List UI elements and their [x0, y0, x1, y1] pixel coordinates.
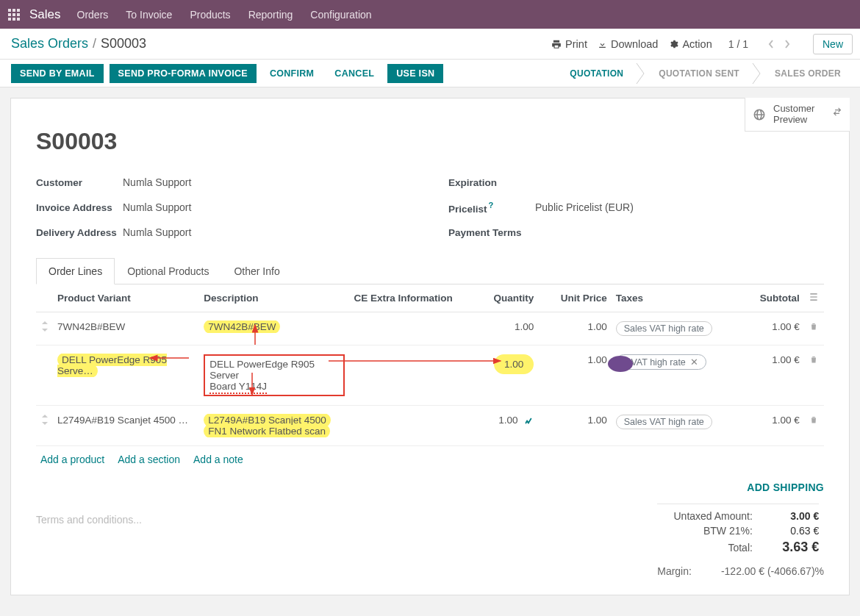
send-proforma-button[interactable]: SEND PRO-FORMA INVOICE: [110, 64, 257, 83]
cell-extra[interactable]: [349, 406, 465, 446]
confirm-button[interactable]: CONFIRM: [262, 64, 321, 83]
tab-optional-products[interactable]: Optional Products: [115, 258, 221, 284]
nav-reporting[interactable]: Reporting: [240, 0, 302, 29]
columns-icon: [809, 292, 819, 302]
control-bar: Sales Orders / S00003 Print Download Act…: [0, 29, 860, 60]
pager: 1 / 1: [728, 38, 748, 50]
cell-extra[interactable]: [349, 345, 465, 406]
download-icon: [598, 39, 607, 49]
payment-terms-label: Payment Terms: [448, 227, 535, 238]
svg-rect-1: [12, 9, 15, 12]
cell-product[interactable]: L2749A#B19 Scanjet 4500 F…: [57, 415, 188, 426]
svg-rect-3: [8, 13, 11, 16]
nav-products[interactable]: Products: [181, 0, 239, 29]
add-product-link[interactable]: Add a product: [40, 454, 104, 465]
tab-order-lines[interactable]: Order Lines: [36, 258, 115, 284]
trash-icon: [809, 321, 818, 332]
action-button[interactable]: Action: [668, 38, 712, 50]
col-subtotal: Subtotal: [742, 284, 804, 312]
customer-preview-button[interactable]: Customer Preview: [745, 98, 850, 132]
pricelist-help-icon[interactable]: ?: [489, 201, 494, 209]
delete-row-button[interactable]: [804, 406, 824, 446]
svg-rect-2: [17, 9, 20, 12]
tax-chip[interactable]: s VAT high rate ✕: [616, 354, 706, 370]
record-title: S00003: [36, 128, 824, 155]
tax-chip[interactable]: Sales VAT high rate: [616, 415, 712, 429]
stage-sales-order[interactable]: SALES ORDER: [763, 63, 853, 84]
status-stages: QUOTATION QUOTATION SENT SALES ORDER: [558, 63, 853, 84]
delivery-address-value[interactable]: Numla Support: [123, 226, 191, 238]
stage-quotation-sent[interactable]: QUOTATION SENT: [647, 63, 751, 84]
col-description: Description: [199, 284, 349, 312]
table-row-editing[interactable]: DELL PowerEdge R905 Serve… DELL PowerEdg…: [36, 345, 824, 406]
field-columns: Customer Numla Support Invoice Address N…: [36, 170, 824, 245]
order-lines-table: Product Variant Description CE Extra Inf…: [36, 284, 824, 446]
cell-unit-price[interactable]: 1.00: [538, 312, 612, 345]
delete-row-button[interactable]: [804, 345, 824, 406]
use-isn-button[interactable]: USE ISN: [387, 64, 443, 83]
margin-value: -122.00 € (-4066.67)%: [721, 565, 824, 577]
col-options[interactable]: [804, 284, 824, 312]
top-nav: Sales Orders To Invoice Products Reporti…: [0, 0, 860, 29]
tab-other-info[interactable]: Other Info: [221, 258, 292, 284]
delete-row-button[interactable]: [804, 312, 824, 345]
cell-description[interactable]: 7WN42B#BEW: [204, 320, 280, 334]
cell-qty[interactable]: 1.00: [465, 312, 539, 345]
stage-sep-icon: [751, 63, 763, 84]
add-section-link[interactable]: Add a section: [118, 454, 180, 465]
nav-to-invoice[interactable]: To Invoice: [117, 0, 181, 29]
cell-qty[interactable]: 1.00: [494, 354, 534, 374]
pager-next[interactable]: [779, 36, 795, 52]
apps-icon[interactable]: [3, 4, 25, 26]
table-row[interactable]: L2749A#B19 Scanjet 4500 F… L2749A#B19 Sc…: [36, 406, 824, 446]
trash-icon: [809, 415, 818, 425]
pricelist-label: Pricelist?: [448, 201, 535, 215]
cell-unit-price[interactable]: 1.00: [538, 406, 612, 446]
cell-product[interactable]: DELL PowerEdge R905 Serve…: [57, 353, 167, 378]
table-row[interactable]: 7WN42B#BEW 7WN42B#BEW 1.00 1.00 Sales VA…: [36, 312, 824, 345]
forecast-icon[interactable]: [523, 416, 534, 425]
terms-input[interactable]: Terms and conditions...: [36, 499, 628, 577]
download-button[interactable]: Download: [598, 38, 659, 50]
compare-icon: [832, 107, 842, 117]
tax-chip[interactable]: Sales VAT high rate: [616, 321, 712, 336]
invoice-address-value[interactable]: Numla Support: [123, 201, 191, 213]
print-button[interactable]: Print: [551, 38, 587, 50]
totals: Untaxed Amount: 3.00 € BTW 21%: 0.63 € T…: [657, 504, 819, 555]
add-note-link[interactable]: Add a note: [193, 454, 243, 465]
form-sheet: Customer Preview S00003 Customer Numla S…: [10, 98, 850, 595]
cell-qty[interactable]: 1.00: [465, 406, 539, 446]
nav-configuration[interactable]: Configuration: [301, 0, 380, 29]
pricelist-value[interactable]: Public Pricelist (EUR): [535, 201, 634, 213]
cell-subtotal: 1.00 €: [742, 312, 804, 345]
customer-value[interactable]: Numla Support: [123, 176, 191, 188]
add-links: Add a product Add a section Add a note: [36, 446, 824, 470]
send-email-button[interactable]: SEND BY EMAIL: [11, 64, 104, 83]
nav-orders[interactable]: Orders: [68, 0, 118, 29]
new-button[interactable]: New: [813, 34, 853, 54]
cell-description-editing[interactable]: DELL PowerEdge R905 Server Board Y114J: [204, 354, 345, 396]
breadcrumb-separator: /: [93, 36, 96, 51]
globe-icon: [753, 108, 766, 121]
btw-value: 0.63 €: [766, 525, 819, 537]
cell-product[interactable]: 7WN42B#BEW: [57, 321, 188, 332]
col-product: Product Variant: [53, 284, 199, 312]
stage-quotation[interactable]: QUOTATION: [558, 63, 635, 84]
untaxed-label: Untaxed Amount:: [657, 510, 753, 522]
app-name[interactable]: Sales: [29, 7, 61, 22]
cancel-button[interactable]: CANCEL: [327, 64, 381, 83]
trash-icon: [809, 354, 818, 365]
chevron-right-icon: [784, 39, 791, 49]
pager-prev[interactable]: [763, 36, 779, 52]
remove-tax-icon[interactable]: ✕: [690, 357, 698, 368]
drag-handle-icon[interactable]: [36, 312, 53, 345]
breadcrumb-root[interactable]: Sales Orders: [11, 36, 88, 51]
print-icon: [551, 39, 562, 49]
add-shipping-button[interactable]: ADD SHIPPING: [36, 481, 824, 493]
cell-unit-price[interactable]: 1.00: [538, 345, 612, 406]
svg-marker-12: [42, 422, 48, 425]
drag-handle-icon[interactable]: [36, 406, 53, 446]
expiration-label: Expiration: [448, 177, 535, 188]
gear-icon: [668, 39, 678, 49]
cell-extra[interactable]: [349, 312, 465, 345]
